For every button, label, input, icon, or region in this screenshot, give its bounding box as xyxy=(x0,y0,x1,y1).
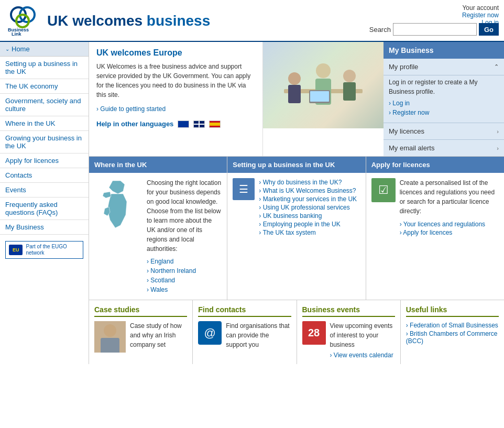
sidebar-link-my-business[interactable]: My Business xyxy=(0,220,89,234)
england-link[interactable]: › England xyxy=(147,258,173,265)
apply-links: › Your licences and regulations › Apply … xyxy=(400,220,499,237)
help-title: Help in other languages xyxy=(96,120,173,128)
list-item: › Employing people in the UK xyxy=(259,220,357,228)
business-events-panel: Business events 28 View upcoming events … xyxy=(297,300,401,364)
useful-links-panel: Useful links › Federation of Small Busin… xyxy=(401,300,504,364)
case-study-content: Case study of how and why an Irish compa… xyxy=(94,321,187,353)
sidebar-nav: Setting up a business in the UK The UK e… xyxy=(0,57,89,235)
profile-label: My profile xyxy=(389,63,418,71)
calendar-icon: 28 xyxy=(302,321,326,345)
apply-body: Create a personalised list of the licenc… xyxy=(400,178,499,216)
sidebar-link-events[interactable]: Events xyxy=(0,183,89,197)
svg-rect-15 xyxy=(101,338,119,353)
eugo-badge: EU Part of the EUGO network xyxy=(5,241,83,259)
sidebar-item: Frequently asked questions (FAQs) xyxy=(0,197,89,220)
useful-links-list: › Federation of Small Businesses › Briti… xyxy=(406,321,499,345)
sidebar-link-economy[interactable]: The UK economy xyxy=(0,79,89,93)
logo: Business Link xyxy=(5,4,42,37)
sidebar-item: Events xyxy=(0,183,89,197)
flag-es-icon xyxy=(209,120,221,128)
svg-point-8 xyxy=(288,72,301,85)
svg-rect-11 xyxy=(343,82,356,101)
your-licences-link[interactable]: › Your licences and regulations xyxy=(400,220,499,228)
sidebar-link-faqs[interactable]: Frequently asked questions (FAQs) xyxy=(0,197,89,220)
list-item: › Wales xyxy=(147,285,222,294)
setup-links: › Why do business in the UK? › What is U… xyxy=(259,178,357,237)
employing-link[interactable]: › Employing people in the UK xyxy=(259,220,357,228)
sidebar: ⌄ Home Setting up a business in the UK T… xyxy=(0,42,89,364)
my-licences-row[interactable]: My licences › xyxy=(384,123,504,139)
my-email-alerts-label: My email alerts xyxy=(389,144,434,152)
where-body: Choosing the right location for your bus… xyxy=(147,178,222,254)
profile-body: Log in or register to create a My Busine… xyxy=(389,78,499,96)
wales-link[interactable]: › Wales xyxy=(147,286,168,293)
profile-header[interactable]: My profile ⌃ xyxy=(384,59,504,75)
welcome-section: UK welcomes Europe UK Welcomes is a free… xyxy=(89,42,263,156)
sidebar-item: Setting up a business in the UK xyxy=(0,57,89,79)
list-item: › Marketing your services in the UK xyxy=(259,195,357,203)
sidebar-link-where[interactable]: Where in the UK xyxy=(0,116,89,130)
profile-section: My profile ⌃ Log in or register to creat… xyxy=(384,59,504,156)
list-item: › British Chambers of Commerce (BCC) xyxy=(406,330,499,345)
setup-panel: Setting up a business in the UK ☰ › Why … xyxy=(227,157,366,300)
sidebar-home[interactable]: ⌄ Home xyxy=(0,42,89,57)
list-item: › Northern Ireland xyxy=(147,266,222,276)
my-business-header: My Business xyxy=(384,42,504,59)
content-area: UK welcomes Europe UK Welcomes is a free… xyxy=(89,42,504,364)
chevron-up-icon: ⌃ xyxy=(494,63,499,70)
professional-link[interactable]: › Using UK professional services xyxy=(259,203,357,212)
sidebar-link-govt[interactable]: Government, society and culture xyxy=(0,94,89,116)
case-studies-heading: Case studies xyxy=(94,305,187,317)
go-button[interactable]: Go xyxy=(479,23,499,36)
events-body: View upcoming events of interest to your… xyxy=(330,321,395,349)
setup-panel-body: ☰ › Why do business in the UK? › What is… xyxy=(227,173,365,242)
sidebar-link-licences[interactable]: Apply for licences xyxy=(0,153,89,168)
sidebar-link-setup[interactable]: Setting up a business in the UK xyxy=(0,57,89,79)
sidebar-item: Apply for licences xyxy=(0,153,89,168)
events-content: 28 View upcoming events of interest to y… xyxy=(302,321,395,359)
svg-rect-9 xyxy=(288,85,301,103)
ni-link[interactable]: › Northern Ireland xyxy=(147,267,196,275)
apply-panel-header: Apply for licences xyxy=(366,157,504,173)
bcc-link[interactable]: › British Chambers of Commerce (BCC) xyxy=(406,330,499,345)
svg-text:Link: Link xyxy=(12,31,21,36)
find-contacts-content: @ Find organisations that can provide th… xyxy=(198,321,291,349)
my-email-alerts-row[interactable]: My email alerts › xyxy=(384,139,504,156)
scotland-link[interactable]: › Scotland xyxy=(147,277,175,284)
list-item: › England xyxy=(147,257,222,266)
list-item: › What is UK Welcomes Business? xyxy=(259,186,357,195)
welcome-body: UK Welcomes is a free business advice an… xyxy=(96,62,255,100)
sidebar-item: Contacts xyxy=(0,168,89,183)
image-placeholder xyxy=(263,42,384,128)
sidebar-link-growing[interactable]: Growing your business in the UK xyxy=(0,131,89,153)
sidebar-link-contacts[interactable]: Contacts xyxy=(0,168,89,182)
fsb-link[interactable]: › Federation of Small Businesses xyxy=(406,321,499,330)
what-is-link[interactable]: › What is UK Welcomes Business? xyxy=(259,186,357,195)
search-input[interactable] xyxy=(393,23,477,36)
find-contacts-text: Find organisations that can provide the … xyxy=(226,321,291,349)
top-row: UK welcomes Europe UK Welcomes is a free… xyxy=(89,42,504,157)
apply-icon: ☑ xyxy=(371,178,396,202)
header: Business Link UK welcomes business Your … xyxy=(0,0,504,42)
why-uk-link[interactable]: › Why do business in the UK? xyxy=(259,178,357,186)
setup-icon: ☰ xyxy=(233,178,255,200)
banking-link[interactable]: › UK business banking xyxy=(259,212,357,220)
svg-point-6 xyxy=(316,63,331,78)
svg-point-14 xyxy=(104,324,116,337)
events-calendar-link[interactable]: › View events calendar xyxy=(330,352,395,359)
find-contacts-heading: Find contacts xyxy=(198,305,291,317)
guide-link[interactable]: › Guide to getting started xyxy=(96,105,166,113)
site-title: UK welcomes business xyxy=(47,13,210,29)
where-panel-header: Where in the UK xyxy=(89,157,227,173)
at-icon: @ xyxy=(198,321,222,345)
list-item: › UK business banking xyxy=(259,212,357,220)
case-study-text: Case study of how and why an Irish compa… xyxy=(130,321,187,353)
apply-licences-link[interactable]: › Apply for licences xyxy=(400,228,499,237)
main-layout: ⌄ Home Setting up a business in the UK T… xyxy=(0,42,504,364)
register-link[interactable]: Register now xyxy=(462,12,499,19)
marketing-link[interactable]: › Marketing your services in the UK xyxy=(259,195,357,203)
register-now-link[interactable]: › Register now xyxy=(389,108,499,117)
where-panel: Where in the UK xyxy=(89,157,227,300)
tax-link[interactable]: › The UK tax system xyxy=(259,228,357,237)
login-link[interactable]: › Log in xyxy=(389,98,499,108)
